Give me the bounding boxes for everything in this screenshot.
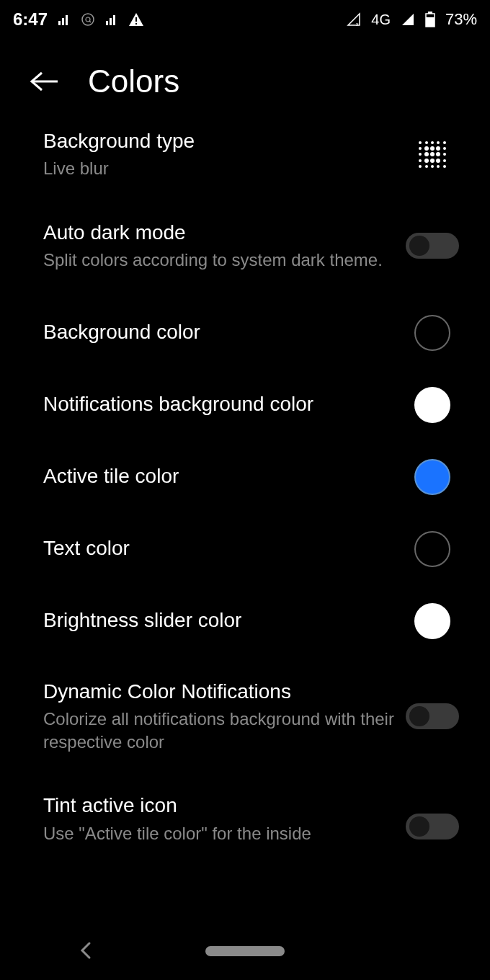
status-bar: 6:47 x 4G 73% — [0, 0, 490, 35]
setting-notif-bg-color[interactable]: Notifications background color — [0, 369, 490, 441]
blur-pattern-icon — [404, 140, 461, 169]
swatch-text-color[interactable] — [414, 531, 450, 567]
setting-title: Tint active icon — [43, 793, 404, 819]
setting-title: Notifications background color — [43, 391, 404, 417]
svg-rect-14 — [426, 17, 435, 27]
status-right: x 4G 73% — [347, 10, 477, 29]
battery-icon — [425, 12, 435, 27]
setting-auto-dark-mode[interactable]: Auto dark mode Split colors according to… — [0, 195, 490, 297]
setting-title: Active tile color — [43, 463, 404, 489]
svg-rect-6 — [106, 21, 108, 25]
svg-rect-1 — [62, 18, 64, 25]
no-data-icon: x — [347, 12, 361, 27]
svg-rect-10 — [135, 23, 137, 24]
nav-back-icon[interactable] — [79, 941, 92, 960]
battery-percent: 73% — [445, 10, 477, 29]
setting-dynamic-color[interactable]: Dynamic Color Notifications Colorize all… — [0, 657, 490, 776]
setting-background-color[interactable]: Background color — [0, 297, 490, 369]
svg-rect-8 — [113, 15, 115, 25]
svg-rect-9 — [135, 17, 137, 22]
status-left: 6:47 — [13, 9, 144, 30]
header: Colors — [0, 35, 490, 121]
swatch-notif-bg-color[interactable] — [414, 387, 450, 423]
setting-subtitle: Live blur — [43, 157, 404, 180]
swatch-active-tile-color[interactable] — [414, 459, 450, 495]
svg-rect-7 — [110, 18, 112, 25]
toggle-auto-dark[interactable] — [406, 233, 459, 259]
swatch-brightness-color[interactable] — [414, 603, 450, 639]
setting-title: Auto dark mode — [43, 220, 404, 246]
setting-tint-active-icon[interactable]: Tint active icon Use "Active tile color"… — [0, 776, 490, 848]
setting-title: Background color — [43, 319, 404, 345]
setting-title: Text color — [43, 535, 404, 561]
signal-icon — [58, 13, 71, 26]
svg-rect-2 — [66, 15, 68, 25]
nav-bar — [0, 922, 490, 980]
setting-brightness-color[interactable]: Brightness slider color — [0, 585, 490, 657]
setting-background-type[interactable]: Background type Live blur — [0, 121, 490, 195]
setting-subtitle: Use "Active tile color" for the inside — [43, 822, 404, 845]
signal-icon-2 — [105, 13, 118, 26]
setting-subtitle: Split colors according to system dark th… — [43, 249, 404, 272]
svg-point-3 — [82, 14, 94, 25]
setting-text-color[interactable]: Text color — [0, 513, 490, 585]
svg-rect-0 — [58, 21, 61, 25]
setting-title: Background type — [43, 128, 404, 154]
back-icon[interactable] — [29, 70, 59, 93]
svg-line-5 — [89, 21, 91, 22]
setting-subtitle: Colorize all notifications background wi… — [43, 708, 404, 754]
warning-icon — [128, 12, 144, 27]
network-type: 4G — [371, 12, 391, 28]
nav-home-pill[interactable] — [205, 946, 285, 956]
setting-title: Brightness slider color — [43, 607, 404, 633]
setting-title: Dynamic Color Notifications — [43, 679, 404, 705]
toggle-tint-active[interactable] — [406, 814, 459, 839]
search-outline-icon — [81, 12, 95, 27]
svg-text:x: x — [356, 22, 359, 27]
toggle-dynamic-color[interactable] — [406, 703, 459, 729]
swatch-background-color[interactable] — [414, 315, 450, 351]
signal-full-icon — [401, 12, 415, 27]
setting-active-tile-color[interactable]: Active tile color — [0, 441, 490, 513]
settings-list: Background type Live blur Auto dark mode… — [0, 121, 490, 848]
page-title: Colors — [88, 63, 179, 99]
status-time: 6:47 — [13, 9, 48, 30]
